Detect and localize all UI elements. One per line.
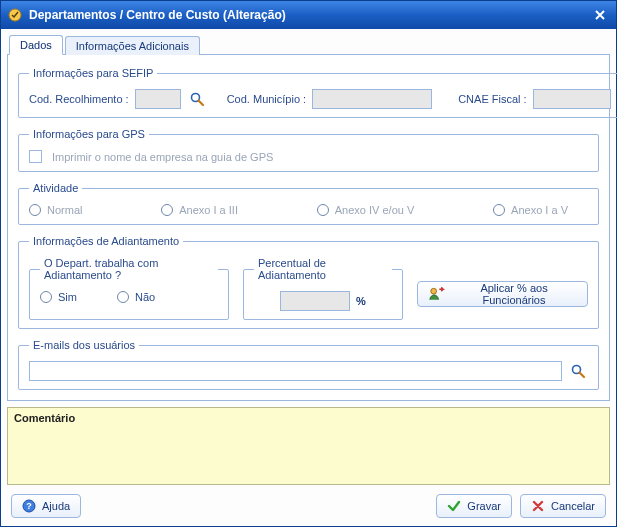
radio-icon bbox=[40, 291, 52, 303]
label-cnae: CNAE Fiscal : bbox=[458, 93, 526, 105]
legend-percentual: Percentual de Adiantamento bbox=[254, 257, 392, 281]
tab-body: Informações para SEFIP Cod. Recolhimento… bbox=[7, 55, 610, 401]
legend-emails: E-mails dos usuários bbox=[29, 339, 139, 351]
window-title: Departamentos / Centro de Custo (Alteraç… bbox=[29, 8, 590, 22]
close-icon bbox=[595, 10, 605, 20]
label-imprimir-nome: Imprimir o nome da empresa na guia de GP… bbox=[52, 151, 273, 163]
lookup-emails-button[interactable] bbox=[568, 361, 588, 381]
group-emails: E-mails dos usuários bbox=[18, 339, 599, 390]
tabstrip: Dados Informações Adicionais bbox=[7, 33, 610, 55]
search-icon bbox=[189, 91, 205, 107]
svg-line-2 bbox=[198, 101, 203, 106]
group-trabalha-adiantamento: O Depart. trabalha com Adiantamento ? Si… bbox=[29, 257, 229, 320]
svg-line-5 bbox=[580, 373, 585, 378]
group-adiantamento: Informações de Adiantamento O Depart. tr… bbox=[18, 235, 599, 329]
radio-label: Normal bbox=[47, 204, 82, 216]
radio-icon bbox=[493, 204, 505, 216]
percent-symbol: % bbox=[356, 295, 366, 307]
comment-box[interactable]: Comentário bbox=[7, 407, 610, 485]
label-cod-municipio: Cod. Município : bbox=[227, 93, 306, 105]
comment-label: Comentário bbox=[14, 412, 75, 424]
legend-atividade: Atividade bbox=[29, 182, 82, 194]
radio-atividade-anexo-1-5[interactable]: Anexo I a V bbox=[493, 204, 568, 216]
dialog-window: Departamentos / Centro de Custo (Alteraç… bbox=[0, 0, 617, 527]
input-emails[interactable] bbox=[29, 361, 562, 381]
tab-informacoes-adicionais[interactable]: Informações Adicionais bbox=[65, 36, 200, 55]
cancel-icon bbox=[531, 499, 545, 513]
save-button[interactable]: Gravar bbox=[436, 494, 512, 518]
group-atividade: Atividade Normal Anexo I a III Anexo IV … bbox=[18, 182, 599, 225]
svg-point-3 bbox=[431, 288, 437, 294]
radio-adiantamento-nao[interactable]: Não bbox=[117, 291, 155, 303]
legend-adiantamento: Informações de Adiantamento bbox=[29, 235, 183, 247]
legend-sefip: Informações para SEFIP bbox=[29, 67, 157, 79]
help-label: Ajuda bbox=[42, 500, 70, 512]
cancel-button[interactable]: Cancelar bbox=[520, 494, 606, 518]
lookup-cod-recolhimento-button[interactable] bbox=[187, 89, 207, 109]
help-icon: ? bbox=[22, 499, 36, 513]
radio-label: Anexo I a III bbox=[179, 204, 238, 216]
legend-gps: Informações para GPS bbox=[29, 128, 149, 140]
titlebar: Departamentos / Centro de Custo (Alteraç… bbox=[1, 1, 616, 29]
input-cnae[interactable] bbox=[533, 89, 611, 109]
tab-dados[interactable]: Dados bbox=[9, 35, 63, 55]
radio-icon bbox=[161, 204, 173, 216]
apply-users-icon bbox=[428, 285, 445, 303]
legend-trabalha: O Depart. trabalha com Adiantamento ? bbox=[40, 257, 218, 281]
close-button[interactable] bbox=[590, 6, 610, 24]
radio-icon bbox=[29, 204, 41, 216]
radio-icon bbox=[317, 204, 329, 216]
apply-percent-button[interactable]: Aplicar % aos Funcionários bbox=[417, 281, 588, 307]
radio-label: Anexo I a V bbox=[511, 204, 568, 216]
radio-label: Não bbox=[135, 291, 155, 303]
radio-atividade-normal[interactable]: Normal bbox=[29, 204, 82, 216]
radio-atividade-anexo-1-3[interactable]: Anexo I a III bbox=[161, 204, 238, 216]
apply-percent-label: Aplicar % aos Funcionários bbox=[451, 282, 577, 306]
save-label: Gravar bbox=[467, 500, 501, 512]
label-cod-recolhimento: Cod. Recolhimento : bbox=[29, 93, 129, 105]
radio-icon bbox=[117, 291, 129, 303]
app-icon bbox=[7, 7, 23, 23]
check-icon bbox=[447, 499, 461, 513]
radio-label: Sim bbox=[58, 291, 77, 303]
group-gps: Informações para GPS Imprimir o nome da … bbox=[18, 128, 599, 172]
radio-atividade-anexo-4-5[interactable]: Anexo IV e/ou V bbox=[317, 204, 415, 216]
radio-adiantamento-sim[interactable]: Sim bbox=[40, 291, 77, 303]
help-button[interactable]: ? Ajuda bbox=[11, 494, 81, 518]
client-area: Dados Informações Adicionais Informações… bbox=[1, 29, 616, 526]
group-percentual: Percentual de Adiantamento % bbox=[243, 257, 403, 320]
checkbox-imprimir-nome[interactable] bbox=[29, 150, 42, 163]
footer: ? Ajuda Gravar Cancelar bbox=[7, 488, 610, 520]
svg-text:?: ? bbox=[26, 501, 32, 511]
input-cod-municipio[interactable] bbox=[312, 89, 432, 109]
input-cod-recolhimento[interactable] bbox=[135, 89, 181, 109]
radio-label: Anexo IV e/ou V bbox=[335, 204, 415, 216]
input-percentual[interactable] bbox=[280, 291, 350, 311]
search-icon bbox=[570, 363, 586, 379]
group-sefip: Informações para SEFIP Cod. Recolhimento… bbox=[18, 67, 617, 118]
cancel-label: Cancelar bbox=[551, 500, 595, 512]
